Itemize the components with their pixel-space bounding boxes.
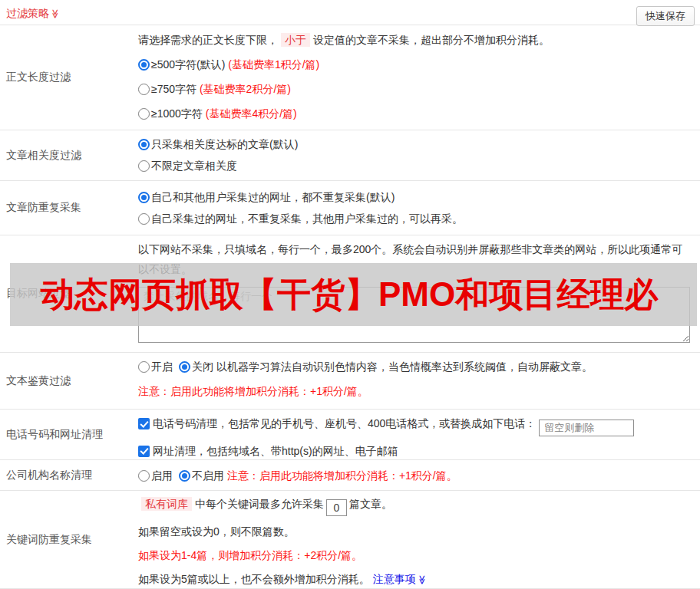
relevance-filter-label: 文章相关度过滤 [0, 130, 138, 180]
notes-link[interactable]: 注意事项≫ [373, 573, 428, 585]
radio-1000-chars[interactable] [138, 108, 150, 120]
radio-porn-off[interactable] [179, 361, 190, 373]
length-filter-label: 正文长度过滤 [0, 25, 138, 130]
phone-clean-label: 电话号码和网址清理 [0, 410, 138, 459]
row-dup-filter: 文章防重复采集 自己和其他用户采集过的网址，都不重复采集(默认) 自己采集过的网… [0, 181, 700, 235]
checkbox-phone-clean[interactable] [138, 418, 150, 429]
radio-porn-on[interactable] [138, 361, 150, 373]
radio-500-chars[interactable] [138, 59, 150, 71]
replacement-phone-input[interactable] [539, 420, 634, 436]
checkbox-url-clean[interactable] [138, 446, 150, 457]
org-clean-label: 公司机构名称清理 [0, 460, 138, 490]
fee-note: (基础费率2积分/篇) [200, 83, 291, 95]
keyword-dup-line2: 如果留空或设为0，则不限篇数。 [138, 523, 695, 540]
length-option-750: ≥750字符 (基础费率2积分/篇) [138, 81, 695, 97]
fee-note: (基础费率1积分/篇) [228, 58, 319, 71]
length-option-500: ≥500字符(默认) (基础费率1积分/篇) [138, 57, 695, 72]
dup-filter-label: 文章防重复采集 [0, 181, 138, 235]
length-filter-intro: 请选择需求的正文长度下限，小于设定值的文章不采集，超出部分不增加积分消耗。 [138, 32, 695, 48]
row-length-filter: 正文长度过滤 请选择需求的正文长度下限，小于设定值的文章不采集，超出部分不增加积… [0, 25, 700, 130]
radio-org-disable[interactable] [179, 470, 190, 482]
quick-save-button[interactable]: 快速保存 [636, 6, 695, 26]
radio-relevance-strict[interactable] [138, 139, 150, 150]
keyword-limit-input[interactable] [326, 499, 347, 516]
radio-relevance-any[interactable] [138, 160, 150, 172]
keyword-dup-line3: 如果设为1-4篇，则增加积分消耗：+2积分/篇。 [138, 547, 695, 564]
private-lexicon-badge: 私有词库 [141, 497, 192, 511]
chevron-double-down-icon: ≫ [50, 9, 61, 19]
row-relevance-filter: 文章相关度过滤 只采集相关度达标的文章(默认) 不限定文章相关度 [0, 130, 700, 181]
radio-org-enable[interactable] [138, 470, 150, 482]
row-phone-clean: 电话号码和网址清理 电话号码清理，包括常见的手机号、座机号、400电话格式，或替… [0, 410, 700, 460]
watermark-text: 动态网页抓取【干货】PMO和项目经理必 [10, 272, 658, 318]
radio-750-chars[interactable] [138, 84, 150, 95]
keyword-dup-label: 关键词防重复采集 [0, 491, 138, 588]
header-bar: 过滤策略≫ 快速保存 [0, 0, 700, 25]
porn-filter-label: 文本鉴黄过滤 [0, 353, 138, 409]
less-than-badge: 小于 [281, 33, 310, 47]
page-title-text: 过滤策略 [6, 7, 49, 19]
radio-dup-all-users[interactable] [138, 192, 150, 203]
row-porn-filter: 文本鉴黄过滤 开启关闭 以机器学习算法自动识别色情内容，当色情概率达到系统阈值，… [0, 353, 700, 410]
watermark-overlay: 动态网页抓取【干货】PMO和项目经理必 [10, 263, 697, 326]
row-org-clean: 公司机构名称清理 启用不启用 注意：启用此功能将增加积分消耗：+1积分/篇。 [0, 460, 700, 491]
length-option-1000: ≥1000字符 (基础费率4积分/篇) [138, 106, 695, 121]
porn-filter-desc: 以机器学习算法自动识别色情内容，当色情概率达到系统阈值，自动屏蔽文章。 [216, 360, 593, 373]
porn-filter-note: 注意：启用此功能将增加积分消耗：+1积分/篇。 [138, 383, 695, 399]
page-title[interactable]: 过滤策略≫ [6, 7, 61, 21]
radio-dup-self-only[interactable] [138, 213, 150, 225]
chevron-double-down-icon: ≫ [414, 575, 431, 585]
fee-note: (基础费率4积分/篇) [206, 107, 297, 120]
row-keyword-dup: 关键词防重复采集 私有词库中每个关键词最多允许采集篇文章。 如果留空或设为0，则… [0, 491, 700, 589]
org-clean-note: 注意：启用此功能将增加积分消耗：+1积分/篇。 [227, 469, 457, 482]
